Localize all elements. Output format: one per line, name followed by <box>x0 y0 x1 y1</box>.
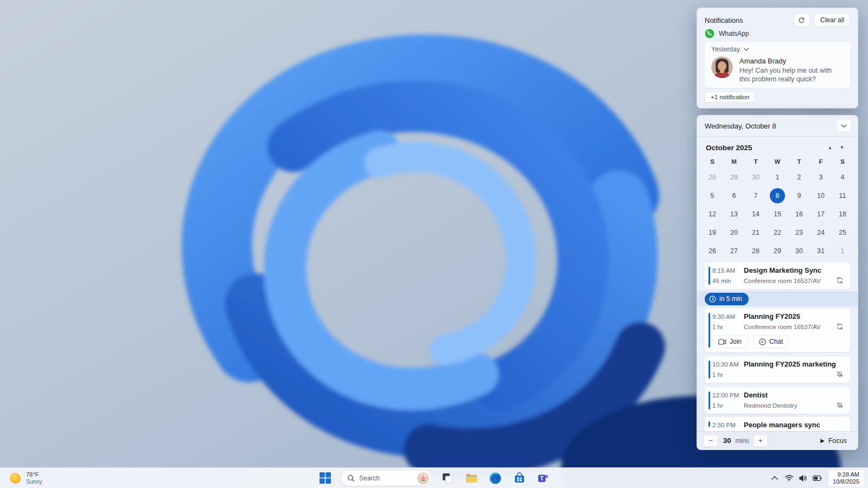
calendar-day-selected[interactable]: 8 <box>770 188 785 203</box>
calendar-day[interactable]: 13 <box>726 207 742 222</box>
event-time: 10:30 AM <box>712 361 744 368</box>
chevron-down-icon[interactable] <box>744 48 749 51</box>
join-meeting-button[interactable]: Join <box>712 335 748 348</box>
calendar-day[interactable]: 4 <box>835 170 850 185</box>
increase-duration-button[interactable]: + <box>754 435 768 447</box>
calendar-day[interactable]: 29 <box>770 243 785 259</box>
teams-button[interactable]: T <box>535 470 551 486</box>
do-not-disturb-button[interactable] <box>794 14 810 27</box>
calendar-day[interactable]: 15 <box>770 207 785 222</box>
focus-duration-unit: mins <box>735 437 749 445</box>
calendar-day[interactable]: 31 <box>813 243 828 259</box>
focus-duration-value: 30 <box>723 436 731 445</box>
calendar-day[interactable]: 16 <box>792 207 807 222</box>
calendar-panel: Wednesday, October 8 October 2025 ▲ ▼ S … <box>697 115 858 450</box>
calendar-day[interactable]: 27 <box>726 243 742 259</box>
event-duration: 1 hr <box>712 371 744 378</box>
calendar-day[interactable]: 1 <box>770 170 785 185</box>
calendar-day[interactable]: 24 <box>813 225 828 240</box>
weather-temperature: 78°F <box>26 471 42 478</box>
event-accent-bar <box>709 361 710 378</box>
decrease-duration-button[interactable]: − <box>704 435 718 447</box>
calendar-day[interactable]: 23 <box>792 225 807 240</box>
clock-tray-button[interactable]: 9:28 AM 10/8/2025 <box>828 470 864 486</box>
video-camera-icon <box>718 339 726 345</box>
mute-icon <box>836 370 845 379</box>
calendar-day[interactable]: 28 <box>748 243 763 259</box>
mute-icon <box>836 401 845 410</box>
chat-button[interactable]: Chat <box>753 335 789 348</box>
task-view-button[interactable] <box>439 470 456 486</box>
hidden-icons-button[interactable] <box>769 470 781 486</box>
scroll-up-icon[interactable]: ▲ <box>824 145 836 150</box>
calendar-day[interactable]: 18 <box>835 207 850 222</box>
file-explorer-button[interactable] <box>463 470 480 486</box>
calendar-day[interactable]: 25 <box>835 225 850 240</box>
edge-button[interactable] <box>487 470 503 486</box>
event-accent-bar <box>709 313 710 348</box>
event-card[interactable]: 10:30 AM Planning FY2025 marketing 1 hr <box>705 356 850 383</box>
event-title: Planning FY2025 marketing <box>744 360 836 368</box>
calendar-day[interactable]: 5 <box>705 188 720 203</box>
taskbar: 78°F Sunny Search <box>0 467 868 488</box>
search-highlight-icon[interactable] <box>417 472 430 485</box>
day-header: S <box>832 155 853 168</box>
start-focus-button[interactable]: ▶ Focus <box>816 435 851 446</box>
battery-icon[interactable] <box>811 470 823 486</box>
calendar-day[interactable]: 28 <box>705 170 720 185</box>
tray-time: 9:28 AM <box>833 471 859 478</box>
calendar-day[interactable]: 9 <box>792 188 807 203</box>
calendar-day[interactable]: 1 <box>835 243 850 259</box>
calendar-day[interactable]: 10 <box>813 188 828 203</box>
calendar-date-header: Wednesday, October 8 <box>705 122 836 130</box>
notification-group-label[interactable]: Yesterday <box>711 46 740 53</box>
wifi-icon[interactable] <box>783 470 795 486</box>
event-duration: 1 hr <box>712 324 744 330</box>
collapse-calendar-button[interactable] <box>836 119 851 132</box>
calendar-day[interactable]: 6 <box>726 188 742 203</box>
event-duration: 1 hr <box>712 402 744 409</box>
calendar-day[interactable]: 3 <box>813 170 828 185</box>
task-view-icon <box>442 472 454 484</box>
calendar-day[interactable]: 26 <box>705 243 720 259</box>
file-explorer-icon <box>465 472 478 485</box>
event-card[interactable]: 9:30 AM Planning FY2025 1 hr Conference … <box>705 309 850 352</box>
event-card[interactable]: 2:30 PM People managers sync <box>705 417 850 431</box>
calendar-day[interactable]: 21 <box>748 225 763 240</box>
calendar-day[interactable]: 30 <box>792 243 807 259</box>
whatsapp-icon <box>705 29 714 38</box>
repeat-icon <box>836 277 845 285</box>
event-card[interactable]: 8:15 AM Design Marketing Sync 45 min Con… <box>705 262 850 289</box>
chevron-down-icon <box>841 124 847 128</box>
calendar-day[interactable]: 11 <box>835 188 850 203</box>
event-title: Dentist <box>744 391 768 399</box>
store-button[interactable] <box>511 470 527 486</box>
chevron-up-icon <box>771 476 778 480</box>
calendar-day[interactable]: 2 <box>792 170 807 185</box>
search-box[interactable]: Search <box>341 470 432 486</box>
volume-icon[interactable] <box>797 470 809 486</box>
calendar-day[interactable]: 19 <box>705 225 720 240</box>
calendar-day[interactable]: 7 <box>748 188 763 203</box>
notification-card[interactable]: Yesterday Amanda Brady <box>705 42 850 88</box>
sun-icon <box>9 472 22 485</box>
clear-all-button[interactable]: Clear all <box>814 14 850 27</box>
notifications-title: Notifications <box>705 16 743 24</box>
calendar-day[interactable]: 12 <box>705 207 720 222</box>
weather-widget[interactable]: 78°F Sunny <box>5 468 46 488</box>
weather-condition: Sunny <box>26 478 42 485</box>
calendar-day[interactable]: 14 <box>748 207 763 222</box>
more-notifications-button[interactable]: +1 notification <box>705 92 755 102</box>
edge-icon <box>489 472 502 485</box>
calendar-day[interactable]: 30 <box>748 170 763 185</box>
calendar-day[interactable]: 17 <box>813 207 828 222</box>
calendar-day[interactable]: 29 <box>726 170 742 185</box>
calendar-day[interactable]: 20 <box>726 225 742 240</box>
day-header: S <box>701 155 723 168</box>
notification-app-group[interactable]: WhatsApp <box>705 28 850 39</box>
calendar-day[interactable]: 22 <box>770 225 785 240</box>
start-button[interactable] <box>317 470 333 486</box>
scroll-down-icon[interactable]: ▼ <box>836 145 848 150</box>
event-card[interactable]: 12:00 PM Dentist 1 hr Redmond Dentistry <box>705 387 850 414</box>
event-title: People managers sync <box>744 421 820 429</box>
